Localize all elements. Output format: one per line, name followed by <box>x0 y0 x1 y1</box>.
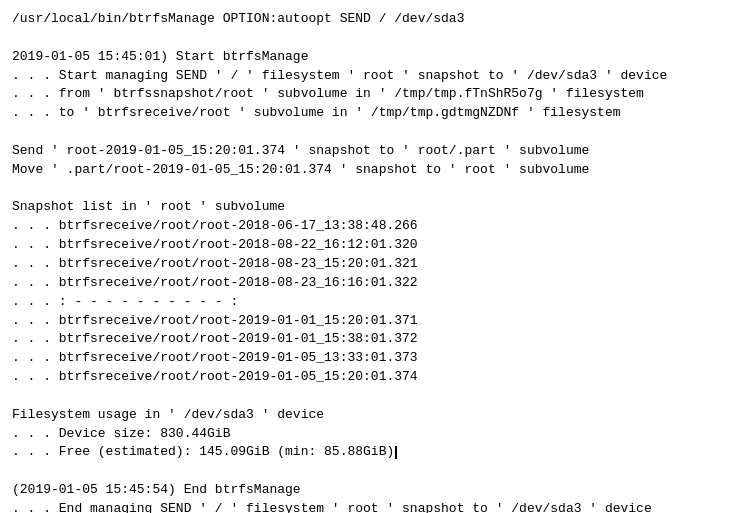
text-cursor <box>395 446 397 459</box>
terminal-output: /usr/local/bin/btrfsManage OPTION:autoop… <box>12 10 717 513</box>
